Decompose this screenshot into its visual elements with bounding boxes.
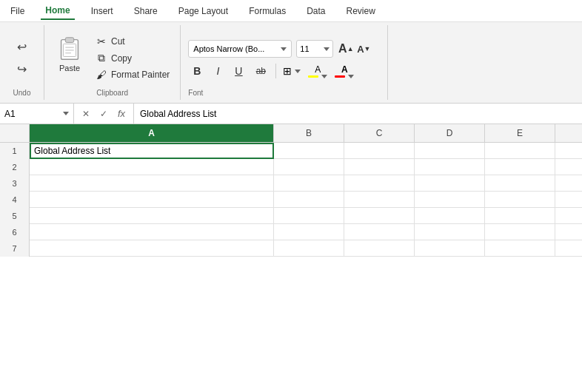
cell-b3[interactable] — [274, 175, 344, 192]
row-header-4[interactable]: 4 — [0, 192, 30, 208]
cell-a7[interactable] — [30, 240, 274, 257]
menu-file[interactable]: File — [6, 3, 29, 19]
cell-a3[interactable] — [30, 175, 274, 192]
formula-input[interactable] — [134, 104, 582, 124]
cell-e7[interactable] — [485, 240, 555, 257]
paste-button[interactable]: Paste — [52, 31, 87, 75]
cell-d2[interactable] — [415, 159, 485, 175]
svg-rect-1 — [65, 38, 73, 43]
cell-c2[interactable] — [344, 159, 415, 175]
italic-button[interactable]: I — [209, 62, 227, 80]
format-painter-icon: 🖌 — [95, 69, 108, 81]
cell-reference-box[interactable]: A1 — [0, 104, 74, 124]
cell-e3[interactable] — [485, 175, 555, 192]
cell-c1[interactable] — [344, 143, 415, 159]
cell-a5[interactable] — [30, 208, 274, 224]
font-shrink-button[interactable]: A▼ — [355, 41, 372, 57]
row-header-6[interactable]: 6 — [0, 224, 30, 240]
select-all-button[interactable] — [0, 124, 30, 142]
redo-button[interactable]: ↪ — [10, 58, 34, 79]
table-row: 3 — [0, 175, 582, 192]
menu-data[interactable]: Data — [302, 3, 330, 19]
undo-group: ↩ ↪ Undo — [0, 25, 44, 100]
menu-formulas[interactable]: Formulas — [244, 3, 290, 19]
cell-a6[interactable] — [30, 224, 274, 240]
cut-label: Cut — [111, 36, 125, 47]
row-header-5[interactable]: 5 — [0, 208, 30, 224]
col-header-a[interactable]: A — [30, 124, 274, 142]
table-row: 5 — [0, 208, 582, 224]
font-size-dropdown-arrow — [324, 47, 330, 51]
cell-e1[interactable] — [485, 143, 555, 159]
menu-bar: File Home Insert Share Page Layout Formu… — [0, 0, 582, 22]
underline-button[interactable]: U — [230, 62, 247, 80]
font-size-value: 11 — [300, 44, 321, 53]
row-header-7[interactable]: 7 — [0, 240, 30, 257]
menu-review[interactable]: Review — [342, 3, 380, 19]
bold-button[interactable]: B — [188, 62, 206, 80]
font-name-dropdown-arrow — [281, 47, 287, 51]
col-header-d[interactable]: D — [415, 124, 485, 142]
format-painter-button[interactable]: 🖌 Format Painter — [92, 67, 173, 82]
cancel-formula-button[interactable]: ✕ — [78, 107, 93, 121]
copy-button[interactable]: ⧉ Copy — [92, 50, 173, 66]
formula-bar: A1 ✕ ✓ fx — [0, 104, 582, 124]
table-row: 7 — [0, 240, 582, 257]
cell-c6[interactable] — [344, 224, 415, 240]
font-shrink-icon: A — [357, 44, 364, 55]
font-grow-button[interactable]: A▲ — [338, 41, 354, 57]
fill-color-icon: A — [315, 64, 321, 75]
font-size-selector[interactable]: 11 — [296, 40, 333, 58]
cut-button[interactable]: ✂ Cut — [92, 34, 173, 49]
col-header-c[interactable]: C — [344, 124, 415, 142]
cell-d4[interactable] — [415, 192, 485, 208]
font-group: Aptos Narrow (Bo... 11 A▲ A▼ — [181, 25, 388, 100]
cell-b5[interactable] — [274, 208, 344, 224]
insert-function-button[interactable]: fx — [114, 107, 129, 121]
font-name-selector[interactable]: Aptos Narrow (Bo... — [188, 40, 292, 58]
borders-button[interactable]: ⊞ — [281, 64, 303, 78]
cell-b7[interactable] — [274, 240, 344, 257]
cell-b4[interactable] — [274, 192, 344, 208]
clipboard-actions: ✂ Cut ⧉ Copy 🖌 Format Painter — [92, 31, 173, 82]
menu-home[interactable]: Home — [41, 2, 74, 20]
cell-d6[interactable] — [415, 224, 485, 240]
row-header-1[interactable]: 1 — [0, 143, 30, 159]
menu-share[interactable]: Share — [130, 3, 162, 19]
undo-button[interactable]: ↩ — [10, 36, 34, 57]
borders-dropdown-icon — [295, 70, 301, 73]
font-color-button[interactable]: A — [332, 63, 356, 80]
confirm-formula-button[interactable]: ✓ — [96, 107, 111, 121]
strikethrough-button[interactable]: ab — [250, 62, 271, 80]
cell-b2[interactable] — [274, 159, 344, 175]
row-header-2[interactable]: 2 — [0, 159, 30, 175]
cell-a4[interactable] — [30, 192, 274, 208]
cell-d3[interactable] — [415, 175, 485, 192]
cell-c5[interactable] — [344, 208, 415, 224]
spreadsheet: A B C D E 1 Global Address List 2 3 — [0, 124, 582, 257]
cell-e4[interactable] — [485, 192, 555, 208]
cell-b1[interactable] — [274, 143, 344, 159]
col-header-e[interactable]: E — [485, 124, 555, 142]
cell-c3[interactable] — [344, 175, 415, 192]
font-row1: Aptos Narrow (Bo... 11 A▲ A▼ — [188, 40, 380, 58]
col-header-b[interactable]: B — [274, 124, 344, 142]
row-header-3[interactable]: 3 — [0, 175, 30, 192]
cell-e6[interactable] — [485, 224, 555, 240]
cell-c4[interactable] — [344, 192, 415, 208]
table-row: 2 — [0, 159, 582, 175]
cell-d5[interactable] — [415, 208, 485, 224]
cell-e5[interactable] — [485, 208, 555, 224]
menu-insert[interactable]: Insert — [87, 3, 118, 19]
cell-d7[interactable] — [415, 240, 485, 257]
copy-icon: ⧉ — [95, 52, 108, 64]
cell-e2[interactable] — [485, 159, 555, 175]
cell-a1[interactable]: Global Address List — [30, 143, 274, 159]
cell-b6[interactable] — [274, 224, 344, 240]
fill-color-button[interactable]: A — [306, 63, 330, 80]
cell-a2[interactable] — [30, 159, 274, 175]
cell-c7[interactable] — [344, 240, 415, 257]
menu-page-layout[interactable]: Page Layout — [174, 3, 233, 19]
table-row: 4 — [0, 192, 582, 208]
cell-d1[interactable] — [415, 143, 485, 159]
